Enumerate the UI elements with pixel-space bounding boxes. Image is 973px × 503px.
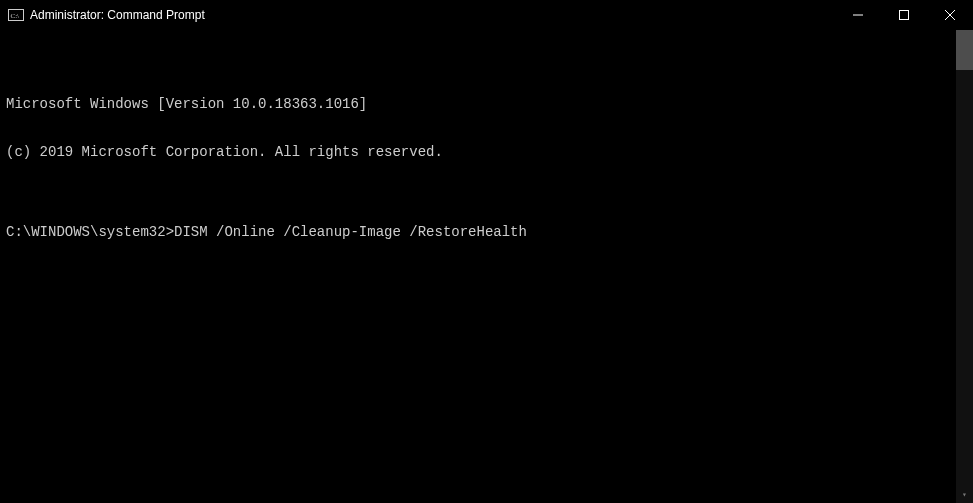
vertical-scrollbar[interactable]: ▾ xyxy=(956,30,973,503)
close-icon xyxy=(945,10,955,20)
maximize-button[interactable] xyxy=(881,0,927,30)
svg-text:C:\: C:\ xyxy=(11,12,20,20)
maximize-icon xyxy=(899,10,909,20)
titlebar-left: C:\ Administrator: Command Prompt xyxy=(8,7,205,23)
minimize-button[interactable] xyxy=(835,0,881,30)
terminal-prompt: C:\WINDOWS\system32> xyxy=(6,224,174,240)
terminal-content: Microsoft Windows [Version 10.0.18363.10… xyxy=(6,64,956,503)
window-titlebar[interactable]: C:\ Administrator: Command Prompt xyxy=(0,0,973,30)
terminal-command: DISM /Online /Cleanup-Image /RestoreHeal… xyxy=(174,224,527,240)
window-title: Administrator: Command Prompt xyxy=(30,8,205,22)
terminal-line-copyright: (c) 2019 Microsoft Corporation. All righ… xyxy=(6,144,956,160)
terminal-line-version: Microsoft Windows [Version 10.0.18363.10… xyxy=(6,96,956,112)
window-controls xyxy=(835,0,973,30)
close-button[interactable] xyxy=(927,0,973,30)
cmd-icon: C:\ xyxy=(8,7,24,23)
minimize-icon xyxy=(853,10,863,20)
svg-rect-3 xyxy=(900,11,909,20)
scrollbar-down-arrow-icon[interactable]: ▾ xyxy=(956,486,973,503)
terminal-area[interactable]: Microsoft Windows [Version 10.0.18363.10… xyxy=(0,30,973,503)
scrollbar-thumb[interactable] xyxy=(956,30,973,70)
terminal-prompt-line: C:\WINDOWS\system32>DISM /Online /Cleanu… xyxy=(6,224,956,240)
